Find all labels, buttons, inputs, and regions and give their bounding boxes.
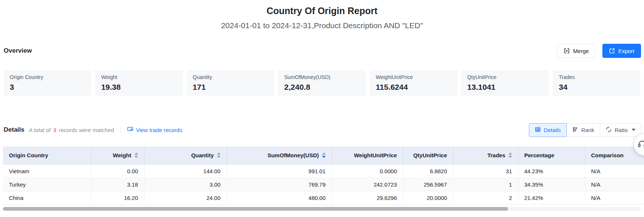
cell-weightunitprice: 29.6296 bbox=[332, 191, 403, 204]
cell-sumofmoney-usd: 991.01 bbox=[227, 164, 332, 178]
column-label: Comparison bbox=[591, 152, 624, 158]
card-label: SumOfMoney(USD) bbox=[284, 74, 360, 80]
card-label: QtyUnitPrice bbox=[467, 74, 543, 80]
card-label: Origin Country bbox=[10, 74, 85, 80]
column-header-weightunitprice: WeightUnitPrice bbox=[332, 147, 403, 164]
column-label: Origin Country bbox=[9, 152, 48, 158]
overview-card-weight: Weight19.38 bbox=[95, 70, 182, 96]
cell-quantity: 3.00 bbox=[144, 178, 227, 191]
cell-comparison: N/A bbox=[585, 164, 644, 178]
horizontal-scrollbar-track[interactable] bbox=[3, 207, 641, 211]
column-header-quantity[interactable]: Quantity bbox=[144, 147, 227, 164]
page-title: Country Of Origin Report bbox=[0, 6, 644, 16]
export-button[interactable]: Export bbox=[602, 44, 641, 58]
card-label: WeightUnitPrice bbox=[376, 74, 451, 80]
sort-carets-icon[interactable] bbox=[508, 152, 512, 158]
cell-trades: 2 bbox=[453, 191, 518, 204]
cell-weight: 0.00 bbox=[91, 164, 144, 178]
report-criteria-subtitle: 2024-01-01 to 2024-12-31,Product Descrip… bbox=[0, 21, 644, 30]
cell-percentage: 34.35% bbox=[518, 178, 585, 191]
cell-weightunitprice: 0.0000 bbox=[332, 164, 403, 178]
overview-card-origin-country: Origin Country3 bbox=[4, 70, 91, 96]
column-header-sumofmoney-usd[interactable]: SumOfMoney(USD) bbox=[227, 147, 332, 164]
match-summary: A total of3records were matched bbox=[29, 127, 114, 133]
cell-qtyunitprice: 256.5967 bbox=[403, 178, 453, 191]
tab-label: Details bbox=[544, 127, 561, 133]
card-value: 19.38 bbox=[101, 83, 176, 92]
chevron-down-icon bbox=[632, 129, 635, 131]
tab-rank[interactable]: Rank bbox=[566, 123, 600, 137]
cell-origin-country: China bbox=[3, 191, 91, 204]
column-header-percentage: Percentage bbox=[518, 147, 585, 164]
cell-quantity: 144.00 bbox=[144, 164, 227, 178]
cell-weight: 3.18 bbox=[91, 178, 144, 191]
column-label: QtyUnitPrice bbox=[413, 152, 447, 158]
merge-button[interactable]: Merge bbox=[557, 44, 596, 58]
details-table: Origin CountryWeightQuantitySumOfMoney(U… bbox=[3, 147, 644, 205]
ratio-refresh-icon bbox=[606, 126, 612, 134]
card-value: 3 bbox=[10, 83, 85, 92]
tab-label: Rank bbox=[581, 127, 594, 133]
table-grid-icon bbox=[535, 126, 541, 134]
card-value: 34 bbox=[559, 83, 634, 92]
cell-origin-country: Turkey bbox=[3, 178, 91, 191]
card-value: 13.1041 bbox=[467, 83, 543, 92]
table-row-vietnam: Vietnam0.00144.00991.010.00006.88203144.… bbox=[3, 164, 644, 178]
column-label: SumOfMoney(USD) bbox=[267, 152, 319, 158]
card-value: 171 bbox=[193, 83, 268, 92]
cell-quantity: 24.00 bbox=[144, 191, 227, 204]
match-count: 3 bbox=[53, 127, 56, 133]
tab-details[interactable]: Details bbox=[529, 123, 567, 137]
overview-card-qtyunitprice: QtyUnitPrice13.1041 bbox=[461, 70, 549, 96]
column-header-trades[interactable]: Trades bbox=[453, 147, 518, 164]
overview-heading: Overview bbox=[4, 47, 32, 55]
overview-card-sumofmoney-usd: SumOfMoney(USD)2,240.8 bbox=[278, 70, 365, 96]
column-header-qtyunitprice: QtyUnitPrice bbox=[403, 147, 453, 164]
view-trade-records-link[interactable]: View trade records bbox=[127, 126, 182, 134]
cell-qtyunitprice: 6.8820 bbox=[403, 164, 453, 178]
details-bar: Details A total of3records were matched … bbox=[4, 123, 641, 137]
cell-percentage: 21.42% bbox=[518, 191, 585, 204]
overview-card-weightunitprice: WeightUnitPrice115.6244 bbox=[370, 70, 457, 96]
rank-bars-icon bbox=[572, 126, 578, 134]
column-label: Quantity bbox=[191, 152, 214, 158]
sort-carets-icon[interactable] bbox=[134, 152, 138, 158]
export-external-icon bbox=[609, 48, 615, 54]
column-label: Trades bbox=[487, 152, 505, 158]
overview-bar: Overview Merge Export bbox=[4, 43, 641, 58]
match-suffix: records were matched bbox=[59, 127, 114, 133]
table-row-china: China16.2024.00480.0029.629620.0000221.4… bbox=[3, 191, 644, 204]
overview-card-trades: Trades34 bbox=[553, 70, 640, 96]
column-label: Percentage bbox=[524, 152, 554, 158]
card-label: Quantity bbox=[193, 74, 268, 80]
tab-label: Ratio bbox=[615, 127, 628, 133]
sort-carets-icon[interactable] bbox=[217, 152, 221, 158]
card-value: 115.6244 bbox=[376, 83, 451, 92]
cell-sumofmoney-usd: 480.00 bbox=[227, 191, 332, 204]
card-value: 2,240.8 bbox=[284, 83, 360, 92]
vertical-divider bbox=[120, 127, 121, 133]
view-trade-records-icon bbox=[127, 126, 133, 134]
cell-weightunitprice: 242.0723 bbox=[332, 178, 403, 191]
cell-trades: 31 bbox=[453, 164, 518, 178]
cell-comparison: N/A bbox=[585, 178, 644, 191]
view-mode-tab-group: DetailsRankRatio bbox=[529, 123, 641, 137]
cell-qtyunitprice: 20.0000 bbox=[403, 191, 453, 204]
overview-card-quantity: Quantity171 bbox=[187, 70, 274, 96]
cell-weight: 16.20 bbox=[91, 191, 144, 204]
column-header-weight[interactable]: Weight bbox=[91, 147, 144, 164]
export-button-label: Export bbox=[618, 48, 634, 54]
cell-origin-country: Vietnam bbox=[3, 164, 91, 178]
column-label: WeightUnitPrice bbox=[354, 152, 397, 158]
toolbar: Merge Export bbox=[557, 44, 641, 58]
card-label: Trades bbox=[559, 74, 634, 80]
merge-icon bbox=[564, 48, 570, 54]
cell-percentage: 44.23% bbox=[518, 164, 585, 178]
column-header-origin-country: Origin Country bbox=[3, 147, 91, 164]
horizontal-scrollbar-thumb[interactable] bbox=[3, 207, 508, 211]
table-header-row: Origin CountryWeightQuantitySumOfMoney(U… bbox=[3, 147, 644, 164]
table-row-turkey: Turkey3.183.00769.79242.0723256.5967134.… bbox=[3, 178, 644, 191]
sort-carets-icon[interactable] bbox=[322, 152, 326, 158]
tab-ratio[interactable]: Ratio bbox=[600, 123, 641, 137]
cell-sumofmoney-usd: 769.79 bbox=[227, 178, 332, 191]
